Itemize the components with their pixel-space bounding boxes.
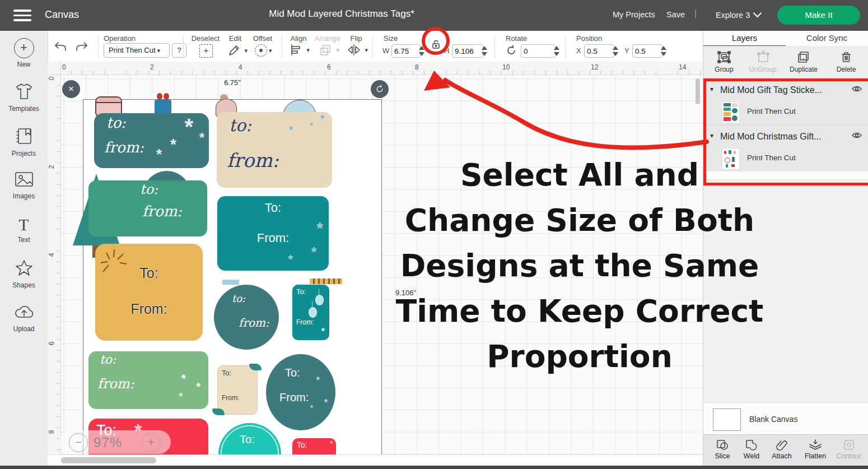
scrollbar-thumb[interactable]	[61, 457, 156, 463]
gift-tag[interactable]: to: from:	[88, 351, 208, 409]
notebook-icon	[15, 127, 34, 145]
duplicate-button[interactable]: Duplicate	[785, 50, 822, 73]
panel-tabs: Layers Color Sync	[703, 31, 868, 47]
flatten-icon	[808, 439, 823, 451]
width-input[interactable]	[391, 44, 421, 58]
rotate-button[interactable]	[506, 45, 517, 56]
sidebar-item-text[interactable]: Text	[0, 216, 48, 244]
topbar-separator: |	[694, 8, 697, 18]
washi-strip-decoration	[222, 280, 239, 285]
position-x-input[interactable]	[584, 44, 614, 58]
gift-tag[interactable]: To: From:	[217, 196, 329, 271]
flatten-button[interactable]: Flatten	[800, 439, 831, 460]
weld-icon	[745, 439, 758, 451]
gift-tag[interactable]: to: from:	[88, 180, 207, 236]
t-shirt-icon	[14, 82, 34, 100]
visibility-eye-icon[interactable]	[852, 85, 862, 92]
snowflake-decoration	[184, 114, 193, 140]
rotate-input[interactable]	[521, 44, 556, 58]
ungroup-button-disabled[interactable]: UnGroup	[744, 50, 781, 73]
washi-strip-decoration	[310, 278, 342, 284]
rotate-label: Rotate	[506, 34, 527, 43]
toolbar-divider	[183, 35, 184, 58]
height-input[interactable]	[452, 44, 483, 58]
sidebar-item-shapes[interactable]: Shapes	[0, 259, 48, 289]
align-label: Align	[291, 34, 307, 43]
contour-button-disabled[interactable]: Contour	[833, 439, 865, 460]
left-sidebar: New Templates Projects Images Text Shape…	[0, 31, 48, 469]
delete-selection-handle[interactable]: ×	[62, 80, 80, 98]
position-y-input[interactable]	[632, 44, 662, 58]
zoom-out-button[interactable]: −	[69, 433, 88, 452]
rotate-icon	[506, 45, 517, 56]
boolean-actions-bar: Slice Weld Attach Flatten Contour	[703, 434, 868, 466]
operation-dropdown[interactable]: Print Then Cut	[104, 43, 170, 58]
position-label: Position	[576, 34, 602, 43]
layer-item[interactable]: Print Then Cut	[703, 99, 868, 126]
gift-tag[interactable]: to: from:	[214, 285, 279, 350]
canvas-color-swatch[interactable]	[713, 408, 741, 431]
rotate-selection-handle[interactable]	[371, 80, 389, 98]
save-link[interactable]: Save	[666, 10, 685, 19]
deselect-label: Deselect	[192, 34, 220, 43]
gift-tag[interactable]: To: From:	[292, 285, 329, 340]
size-label: Size	[384, 34, 398, 43]
zoom-in-button[interactable]: +	[142, 433, 161, 452]
sidebar-item-templates[interactable]: Templates	[0, 82, 48, 113]
rotate-handle-icon	[375, 85, 384, 94]
tab-color-sync[interactable]: Color Sync	[786, 31, 868, 45]
width-stepper[interactable]	[418, 45, 425, 57]
height-stepper[interactable]	[481, 45, 488, 57]
make-it-button[interactable]: Make It	[777, 6, 860, 25]
gift-tag[interactable]: To: From:	[266, 354, 335, 430]
edit-button[interactable]	[228, 44, 248, 57]
layer-group[interactable]: Mid Mod Christmas Gift...	[703, 128, 868, 147]
top-bar: Canvas Mid Mod Layered Christmas Tags* M…	[0, 0, 868, 31]
arrange-button-disabled[interactable]	[320, 44, 339, 55]
layer-group[interactable]: Mid Mod Gift Tag Sticke...	[703, 81, 868, 100]
group-button[interactable]: Group	[706, 50, 743, 73]
ruler-corner	[48, 62, 61, 75]
redo-button[interactable]	[74, 41, 89, 53]
holly-decoration	[249, 364, 262, 370]
flip-button[interactable]	[347, 44, 368, 55]
gift-tag[interactable]: To: From:	[95, 244, 203, 341]
position-y-stepper[interactable]	[660, 45, 667, 57]
deselect-button[interactable]	[199, 44, 213, 58]
snowflake-decoration	[321, 327, 325, 337]
delete-button[interactable]: Delete	[828, 50, 865, 73]
selection-height-label: 9.106"	[395, 289, 416, 297]
snowflake-decoration	[320, 113, 324, 125]
sidebar-item-images[interactable]: Images	[0, 171, 48, 200]
my-projects-link[interactable]: My Projects	[613, 10, 655, 19]
slice-button[interactable]: Slice	[707, 439, 738, 460]
sidebar-item-projects[interactable]: Projects	[0, 127, 48, 157]
horizontal-scrollbar[interactable]	[48, 454, 703, 466]
offset-button[interactable]	[255, 44, 272, 57]
rotate-stepper[interactable]	[553, 45, 560, 57]
design-canvas[interactable]: 0 2 4 6 8 10 12 14 0 2 4 6 8 6.75" 9.106…	[48, 62, 703, 469]
tab-layers[interactable]: Layers	[703, 31, 786, 47]
position-x-stepper[interactable]	[612, 45, 619, 57]
layer-item[interactable]: Print Then Cut	[703, 145, 868, 171]
snowflake-decoration	[181, 372, 186, 386]
visibility-eye-icon[interactable]	[852, 132, 862, 139]
size-lock-toggle[interactable]	[430, 39, 441, 50]
sidebar-item-new[interactable]: New	[0, 38, 48, 68]
machine-selector[interactable]: Explore 3	[716, 10, 760, 20]
gift-tag[interactable]: to: from:	[94, 113, 209, 168]
align-button[interactable]	[290, 44, 310, 55]
lock-open-icon	[430, 39, 441, 50]
undo-button[interactable]	[53, 41, 68, 53]
gift-tag[interactable]: to: from:	[217, 112, 332, 188]
hamburger-menu-icon[interactable]	[13, 10, 31, 21]
operation-help-button[interactable]: ?	[172, 43, 186, 58]
vertical-scrollbar-thumb[interactable]	[696, 78, 700, 104]
sidebar-item-upload[interactable]: Upload	[0, 304, 48, 333]
chevron-down-icon	[753, 9, 762, 18]
gift-tag[interactable]: To: From:	[217, 365, 258, 415]
ornament-decoration	[309, 307, 317, 318]
attach-button[interactable]: Attach	[766, 439, 797, 460]
weld-button[interactable]: Weld	[736, 439, 767, 460]
zoom-level: 97%	[94, 435, 122, 451]
